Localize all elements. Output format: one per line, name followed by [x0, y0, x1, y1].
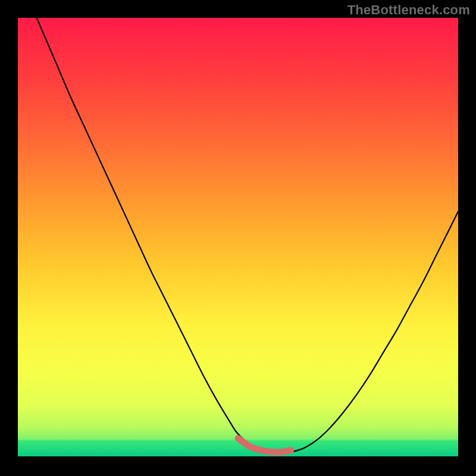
watermark-text: TheBottleneck.com: [347, 2, 470, 18]
bottleneck-curve: [18, 18, 458, 458]
chart-container: TheBottleneck.com: [0, 0, 476, 476]
axis-edge: [18, 456, 458, 458]
plot-area: [18, 18, 458, 458]
